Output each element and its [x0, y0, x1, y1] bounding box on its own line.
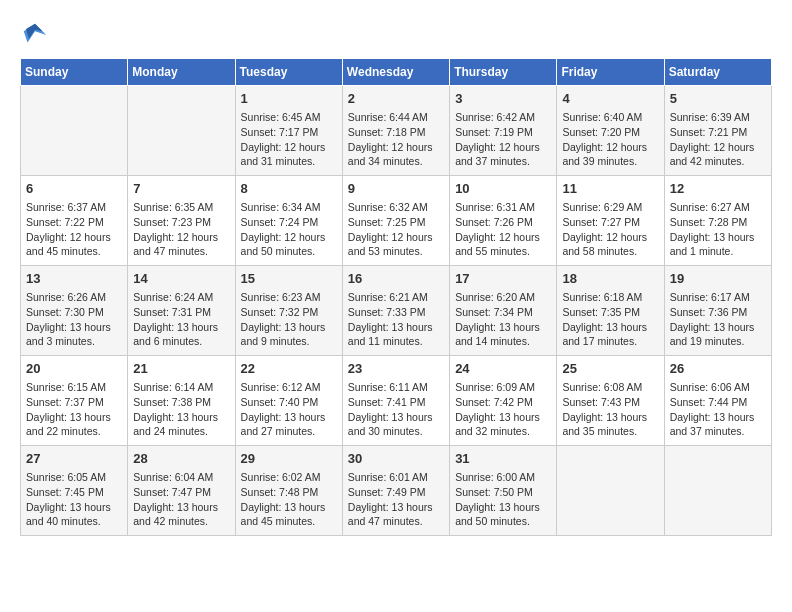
cell-content: Daylight: 12 hours and 45 minutes.: [26, 230, 122, 259]
cell-content: Sunrise: 6:04 AM: [133, 470, 229, 485]
cell-content: Sunset: 7:26 PM: [455, 215, 551, 230]
cell-content: Sunrise: 6:14 AM: [133, 380, 229, 395]
calendar-cell: 2Sunrise: 6:44 AMSunset: 7:18 PMDaylight…: [342, 86, 449, 176]
cell-content: Sunrise: 6:37 AM: [26, 200, 122, 215]
calendar-cell: 29Sunrise: 6:02 AMSunset: 7:48 PMDayligh…: [235, 446, 342, 536]
calendar-cell: 10Sunrise: 6:31 AMSunset: 7:26 PMDayligh…: [450, 176, 557, 266]
cell-content: Sunrise: 6:09 AM: [455, 380, 551, 395]
cell-content: Sunrise: 6:11 AM: [348, 380, 444, 395]
cell-content: Daylight: 12 hours and 37 minutes.: [455, 140, 551, 169]
calendar-cell: 23Sunrise: 6:11 AMSunset: 7:41 PMDayligh…: [342, 356, 449, 446]
cell-content: Sunset: 7:22 PM: [26, 215, 122, 230]
cell-content: Sunset: 7:23 PM: [133, 215, 229, 230]
calendar-body: 1Sunrise: 6:45 AMSunset: 7:17 PMDaylight…: [21, 86, 772, 536]
header-day-saturday: Saturday: [664, 59, 771, 86]
cell-content: Daylight: 12 hours and 47 minutes.: [133, 230, 229, 259]
cell-content: Sunset: 7:45 PM: [26, 485, 122, 500]
cell-content: Sunrise: 6:29 AM: [562, 200, 658, 215]
header-day-friday: Friday: [557, 59, 664, 86]
calendar-cell: 11Sunrise: 6:29 AMSunset: 7:27 PMDayligh…: [557, 176, 664, 266]
page-header: [20, 20, 772, 50]
cell-content: Daylight: 13 hours and 1 minute.: [670, 230, 766, 259]
cell-content: Daylight: 13 hours and 6 minutes.: [133, 320, 229, 349]
cell-content: Sunrise: 6:24 AM: [133, 290, 229, 305]
day-number: 20: [26, 360, 122, 378]
cell-content: Sunrise: 6:05 AM: [26, 470, 122, 485]
day-number: 3: [455, 90, 551, 108]
calendar-cell: [128, 86, 235, 176]
day-number: 16: [348, 270, 444, 288]
cell-content: Sunrise: 6:20 AM: [455, 290, 551, 305]
day-number: 2: [348, 90, 444, 108]
calendar-cell: 8Sunrise: 6:34 AMSunset: 7:24 PMDaylight…: [235, 176, 342, 266]
header-day-monday: Monday: [128, 59, 235, 86]
cell-content: Sunrise: 6:23 AM: [241, 290, 337, 305]
cell-content: Sunset: 7:49 PM: [348, 485, 444, 500]
cell-content: Sunset: 7:47 PM: [133, 485, 229, 500]
calendar-cell: 12Sunrise: 6:27 AMSunset: 7:28 PMDayligh…: [664, 176, 771, 266]
cell-content: Sunset: 7:34 PM: [455, 305, 551, 320]
calendar-cell: 25Sunrise: 6:08 AMSunset: 7:43 PMDayligh…: [557, 356, 664, 446]
cell-content: Sunset: 7:20 PM: [562, 125, 658, 140]
cell-content: Sunrise: 6:27 AM: [670, 200, 766, 215]
day-number: 6: [26, 180, 122, 198]
cell-content: Sunset: 7:50 PM: [455, 485, 551, 500]
cell-content: Sunset: 7:41 PM: [348, 395, 444, 410]
cell-content: Sunset: 7:31 PM: [133, 305, 229, 320]
day-number: 27: [26, 450, 122, 468]
calendar-week-5: 27Sunrise: 6:05 AMSunset: 7:45 PMDayligh…: [21, 446, 772, 536]
calendar-cell: 26Sunrise: 6:06 AMSunset: 7:44 PMDayligh…: [664, 356, 771, 446]
cell-content: Daylight: 13 hours and 22 minutes.: [26, 410, 122, 439]
header-day-tuesday: Tuesday: [235, 59, 342, 86]
calendar-cell: 31Sunrise: 6:00 AMSunset: 7:50 PMDayligh…: [450, 446, 557, 536]
cell-content: Daylight: 13 hours and 42 minutes.: [133, 500, 229, 529]
calendar-cell: 7Sunrise: 6:35 AMSunset: 7:23 PMDaylight…: [128, 176, 235, 266]
calendar-cell: 1Sunrise: 6:45 AMSunset: 7:17 PMDaylight…: [235, 86, 342, 176]
day-number: 19: [670, 270, 766, 288]
calendar-week-3: 13Sunrise: 6:26 AMSunset: 7:30 PMDayligh…: [21, 266, 772, 356]
day-number: 15: [241, 270, 337, 288]
day-number: 25: [562, 360, 658, 378]
header-day-sunday: Sunday: [21, 59, 128, 86]
calendar-week-1: 1Sunrise: 6:45 AMSunset: 7:17 PMDaylight…: [21, 86, 772, 176]
cell-content: Sunrise: 6:08 AM: [562, 380, 658, 395]
cell-content: Sunrise: 6:01 AM: [348, 470, 444, 485]
cell-content: Sunset: 7:21 PM: [670, 125, 766, 140]
cell-content: Sunset: 7:35 PM: [562, 305, 658, 320]
cell-content: Daylight: 13 hours and 11 minutes.: [348, 320, 444, 349]
cell-content: Sunrise: 6:26 AM: [26, 290, 122, 305]
cell-content: Daylight: 13 hours and 9 minutes.: [241, 320, 337, 349]
day-number: 29: [241, 450, 337, 468]
cell-content: Sunset: 7:25 PM: [348, 215, 444, 230]
cell-content: Sunrise: 6:40 AM: [562, 110, 658, 125]
cell-content: Daylight: 13 hours and 35 minutes.: [562, 410, 658, 439]
calendar-cell: 19Sunrise: 6:17 AMSunset: 7:36 PMDayligh…: [664, 266, 771, 356]
cell-content: Sunset: 7:33 PM: [348, 305, 444, 320]
calendar-cell: 20Sunrise: 6:15 AMSunset: 7:37 PMDayligh…: [21, 356, 128, 446]
cell-content: Sunset: 7:38 PM: [133, 395, 229, 410]
cell-content: Daylight: 13 hours and 50 minutes.: [455, 500, 551, 529]
cell-content: Daylight: 13 hours and 17 minutes.: [562, 320, 658, 349]
calendar-cell: 14Sunrise: 6:24 AMSunset: 7:31 PMDayligh…: [128, 266, 235, 356]
calendar-cell: 6Sunrise: 6:37 AMSunset: 7:22 PMDaylight…: [21, 176, 128, 266]
calendar-header: SundayMondayTuesdayWednesdayThursdayFrid…: [21, 59, 772, 86]
cell-content: Daylight: 13 hours and 3 minutes.: [26, 320, 122, 349]
cell-content: Sunrise: 6:45 AM: [241, 110, 337, 125]
day-number: 28: [133, 450, 229, 468]
cell-content: Daylight: 12 hours and 42 minutes.: [670, 140, 766, 169]
cell-content: Sunrise: 6:17 AM: [670, 290, 766, 305]
cell-content: Sunrise: 6:18 AM: [562, 290, 658, 305]
cell-content: Sunrise: 6:02 AM: [241, 470, 337, 485]
cell-content: Sunrise: 6:00 AM: [455, 470, 551, 485]
cell-content: Sunrise: 6:31 AM: [455, 200, 551, 215]
cell-content: Sunset: 7:44 PM: [670, 395, 766, 410]
calendar-cell: 21Sunrise: 6:14 AMSunset: 7:38 PMDayligh…: [128, 356, 235, 446]
calendar-cell: 4Sunrise: 6:40 AMSunset: 7:20 PMDaylight…: [557, 86, 664, 176]
calendar-cell: 27Sunrise: 6:05 AMSunset: 7:45 PMDayligh…: [21, 446, 128, 536]
day-number: 4: [562, 90, 658, 108]
cell-content: Sunset: 7:19 PM: [455, 125, 551, 140]
day-number: 10: [455, 180, 551, 198]
day-number: 24: [455, 360, 551, 378]
calendar-week-4: 20Sunrise: 6:15 AMSunset: 7:37 PMDayligh…: [21, 356, 772, 446]
cell-content: Sunset: 7:32 PM: [241, 305, 337, 320]
